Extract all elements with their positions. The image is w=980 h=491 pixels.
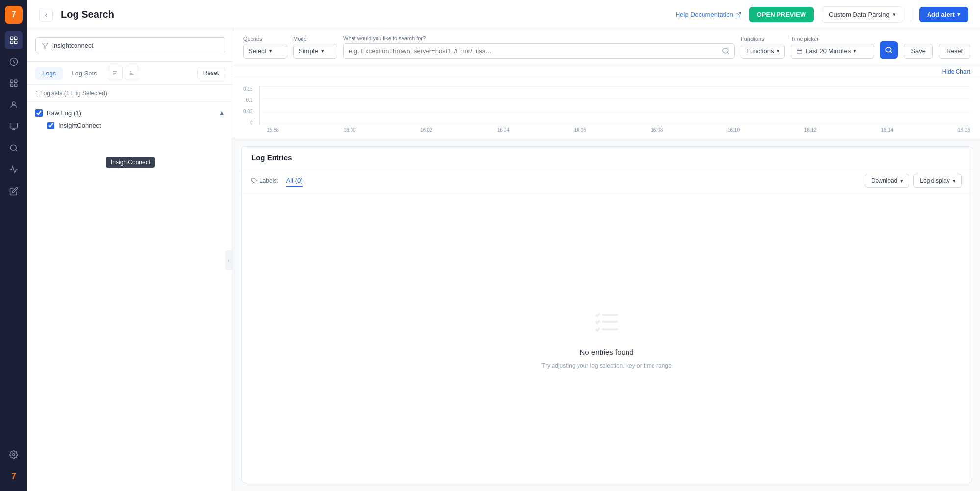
time-chevron-icon: ▾	[854, 48, 856, 54]
calendar-icon	[796, 48, 803, 54]
tag-icon	[251, 178, 257, 184]
nav-search[interactable]	[5, 139, 23, 157]
log-entries-section: Log Entries Labels: All (0) Download	[241, 146, 972, 483]
svg-point-21	[723, 48, 728, 53]
queries-label: Queries	[243, 36, 287, 42]
log-search-input[interactable]	[52, 42, 219, 49]
search-icon	[722, 47, 729, 55]
svg-rect-8	[15, 84, 17, 87]
nav-search2[interactable]	[5, 182, 23, 200]
log-display-button[interactable]: Log display ▾	[913, 174, 962, 188]
reset-logs-button[interactable]: Reset	[197, 67, 225, 79]
svg-rect-6	[15, 80, 17, 82]
log-entries-actions: Download ▾ Log display ▾	[865, 174, 962, 188]
sort-desc-button[interactable]	[125, 66, 139, 80]
svg-rect-1	[15, 37, 17, 39]
empty-title: No entries found	[579, 348, 633, 356]
log-entries-title: Log Entries	[251, 153, 292, 162]
chart-y-axis: 0.15 0.1 0.05 0	[243, 86, 255, 125]
time-label: Time picker	[791, 36, 874, 42]
nav-connection[interactable]	[5, 118, 23, 135]
empty-state-icon	[592, 307, 622, 342]
sort-asc-button[interactable]	[108, 66, 123, 80]
functions-select[interactable]: Functions ▾	[741, 44, 785, 59]
nav-dashboard[interactable]	[5, 74, 23, 92]
nav-users[interactable]	[5, 96, 23, 114]
nav-logo-bottom: 7	[5, 467, 23, 485]
log-entries-labels: Labels: All (0) Download ▾ Log display	[242, 169, 972, 193]
mode-group: Mode Simple ▾	[293, 36, 337, 59]
search-input-wrap[interactable]	[35, 37, 225, 53]
chart-x-axis: 15:58 16:00 16:02 16:04 16:06 16:08 16:1…	[243, 125, 970, 133]
content-area: Logs Log Sets Reset 1 Log sets (1 Log Se…	[27, 29, 980, 491]
hide-chart-link[interactable]: Hide Chart	[233, 65, 980, 78]
chevron-down-icon: ▾	[893, 11, 896, 18]
svg-line-13	[738, 12, 741, 15]
queries-select[interactable]: Select ▾	[243, 44, 287, 59]
svg-point-26	[886, 47, 891, 52]
mode-chevron-icon: ▾	[321, 48, 324, 54]
save-button[interactable]: Save	[904, 44, 933, 59]
svg-rect-10	[10, 123, 18, 128]
search-group: What would you like to search for?	[343, 35, 735, 59]
time-group: Time picker Last 20 Minutes ▾	[791, 36, 874, 59]
filter-icon	[42, 42, 49, 49]
page-title: Log Search	[61, 9, 668, 20]
back-button[interactable]: ‹	[39, 8, 53, 22]
nav-settings[interactable]	[5, 446, 23, 464]
custom-parsing-button[interactable]: Custom Data Parsing ▾	[822, 6, 903, 23]
panel-collapse-handle[interactable]: ‹	[225, 250, 233, 270]
app-logo: 7	[5, 6, 23, 24]
svg-point-11	[10, 145, 16, 150]
top-header: ‹ Log Search Help Documentation OPEN PRE…	[27, 0, 980, 29]
log-group: Raw Log (1) ▲ InsightConnect	[27, 102, 233, 136]
time-select[interactable]: Last 20 Minutes ▾	[791, 44, 874, 59]
queries-chevron-icon: ▾	[269, 48, 272, 54]
search-input[interactable]	[349, 48, 719, 55]
nav-logs[interactable]	[5, 53, 23, 71]
svg-point-12	[13, 454, 15, 456]
run-search-button[interactable]	[880, 41, 898, 59]
svg-marker-14	[42, 43, 48, 48]
svg-rect-2	[10, 41, 13, 44]
main-container: ‹ Log Search Help Documentation OPEN PRE…	[27, 0, 980, 491]
empty-state: No entries found Try adjusting your log …	[242, 193, 972, 483]
log-entries-header: Log Entries	[242, 147, 972, 169]
nav-analytics[interactable]	[5, 161, 23, 178]
svg-rect-22	[797, 49, 802, 54]
download-button[interactable]: Download ▾	[865, 174, 909, 188]
search-run-icon	[885, 46, 893, 54]
mode-label: Mode	[293, 36, 337, 42]
labels-prefix: Labels:	[251, 177, 278, 184]
functions-label: Functions	[741, 36, 785, 42]
right-panel: Queries Select ▾ Mode Simple ▾ What woul…	[233, 29, 980, 491]
nav-sidebar: 7 7	[0, 0, 27, 491]
insightconnect-checkbox[interactable]	[47, 122, 54, 129]
svg-rect-0	[10, 37, 13, 39]
search-label: What would you like to search for?	[343, 35, 735, 41]
log-tab-all[interactable]: All (0)	[286, 175, 303, 187]
log-item[interactable]: InsightConnect	[35, 120, 225, 132]
tab-bar: Logs Log Sets Reset	[27, 62, 233, 85]
reset-query-button[interactable]: Reset	[939, 44, 970, 59]
insightconnect-label: InsightConnect	[58, 122, 101, 129]
chart-area: 0.15 0.1 0.05 0 15:58 16:00 16:	[233, 78, 980, 138]
tab-logs[interactable]: Logs	[35, 67, 63, 80]
download-chevron-icon: ▾	[900, 178, 903, 184]
raw-log-group-header[interactable]: Raw Log (1) ▲	[35, 106, 225, 120]
nav-home[interactable]	[5, 31, 23, 49]
functions-group: Functions Functions ▾	[741, 36, 785, 59]
collapse-raw-log-button[interactable]: ▲	[218, 109, 225, 117]
chevron-down-icon: ▾	[957, 11, 960, 18]
raw-log-checkbox[interactable]	[35, 109, 43, 117]
add-alert-button[interactable]: Add alert ▾	[919, 7, 968, 22]
log-count: 1 Log sets (1 Log Selected)	[27, 85, 233, 102]
mode-select[interactable]: Simple ▾	[293, 44, 337, 59]
search-field[interactable]	[343, 43, 735, 59]
search-bar	[27, 29, 233, 62]
tab-log-sets[interactable]: Log Sets	[65, 67, 103, 80]
help-link[interactable]: Help Documentation	[676, 11, 741, 18]
log-display-chevron-icon: ▾	[953, 178, 955, 184]
open-preview-button[interactable]: OPEN PREVIEW	[749, 7, 814, 22]
svg-rect-5	[10, 80, 13, 82]
